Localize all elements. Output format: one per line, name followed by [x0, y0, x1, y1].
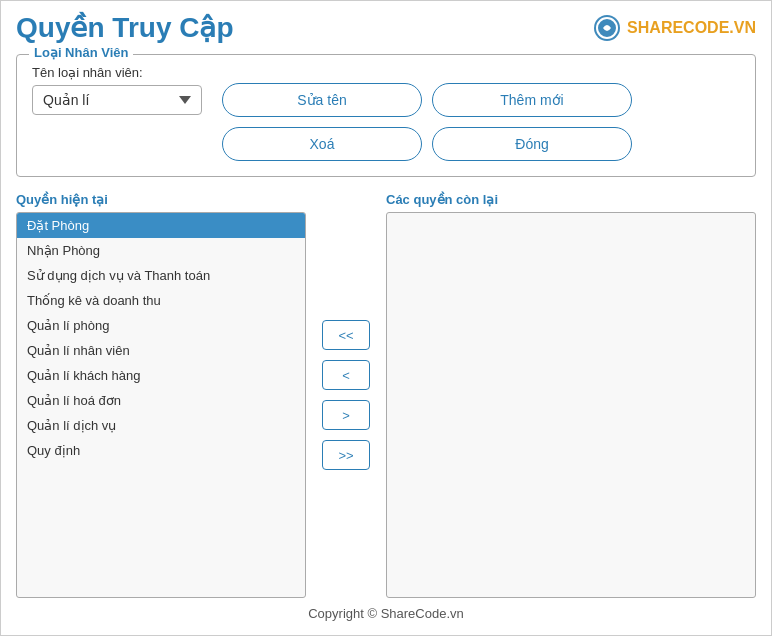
them-moi-button[interactable]: Thêm mới: [432, 83, 632, 117]
dropdown-col: Tên loại nhân viên: Quản lí Nhân viên Kế…: [32, 65, 202, 115]
cac-quyen-col: Các quyền còn lại: [386, 192, 756, 598]
move-left-button[interactable]: <: [322, 360, 370, 390]
logo-suffix: .VN: [729, 19, 756, 36]
move-right-button[interactable]: >: [322, 400, 370, 430]
quyen-hien-tai-item-0[interactable]: Đặt Phòng: [17, 213, 305, 238]
transfer-buttons-col: << < > >>: [316, 192, 376, 598]
quyen-hien-tai-item-6[interactable]: Quản lí khách hàng: [17, 363, 305, 388]
dropdown-label: Tên loại nhân viên:: [32, 65, 202, 80]
logo-brand: SHARECODE: [627, 19, 729, 36]
quyen-hien-tai-item-2[interactable]: Sử dụng dịch vụ và Thanh toán: [17, 263, 305, 288]
dong-button[interactable]: Đóng: [432, 127, 632, 161]
quyen-hien-tai-title: Quyền hiện tại: [16, 192, 306, 207]
xoa-button[interactable]: Xoá: [222, 127, 422, 161]
quyen-hien-tai-item-7[interactable]: Quản lí hoá đơn: [17, 388, 305, 413]
cac-quyen-title: Các quyền còn lại: [386, 192, 756, 207]
quyen-hien-tai-item-8[interactable]: Quản lí dịch vụ: [17, 413, 305, 438]
section-legend: Loại Nhân Viên: [29, 45, 133, 60]
quyen-hien-tai-col: Quyền hiện tại Đặt PhòngNhận PhòngSử dụn…: [16, 192, 306, 598]
page-title: Quyền Truy Cập: [16, 11, 234, 44]
loai-nhanvien-select[interactable]: Quản lí Nhân viên Kế toán: [32, 85, 202, 115]
move-all-left-button[interactable]: <<: [322, 320, 370, 350]
buttons-grid: Sửa tên Thêm mới Xoá Đóng: [222, 83, 632, 161]
sua-ten-button[interactable]: Sửa tên: [222, 83, 422, 117]
quyen-hien-tai-listbox[interactable]: Đặt PhòngNhận PhòngSử dụng dịch vụ và Th…: [16, 212, 306, 598]
move-all-right-button[interactable]: >>: [322, 440, 370, 470]
quyen-hien-tai-item-9[interactable]: Quy định: [17, 438, 305, 463]
logo-text: SHARECODE.VN: [627, 19, 756, 37]
copyright-text: Copyright © ShareCode.vn: [308, 606, 464, 621]
quyen-hien-tai-item-1[interactable]: Nhận Phòng: [17, 238, 305, 263]
loai-nhan-vien-section: Loại Nhân Viên Tên loại nhân viên: Quản …: [16, 54, 756, 177]
logo-icon: [593, 14, 621, 42]
quyen-hien-tai-item-5[interactable]: Quản lí nhân viên: [17, 338, 305, 363]
header-bar: Quyền Truy Cập SHARECODE.VN: [16, 11, 756, 44]
loai-row: Tên loại nhân viên: Quản lí Nhân viên Kế…: [32, 65, 740, 161]
quyen-hien-tai-item-4[interactable]: Quản lí phòng: [17, 313, 305, 338]
lower-section: Quyền hiện tại Đặt PhòngNhận PhòngSử dụn…: [16, 192, 756, 598]
main-container: Quyền Truy Cập SHARECODE.VN Loại Nhân Vi…: [0, 0, 772, 636]
quyen-hien-tai-item-3[interactable]: Thống kê và doanh thu: [17, 288, 305, 313]
footer: Copyright © ShareCode.vn: [16, 598, 756, 625]
logo-area: SHARECODE.VN: [593, 14, 756, 42]
cac-quyen-listbox[interactable]: [386, 212, 756, 598]
